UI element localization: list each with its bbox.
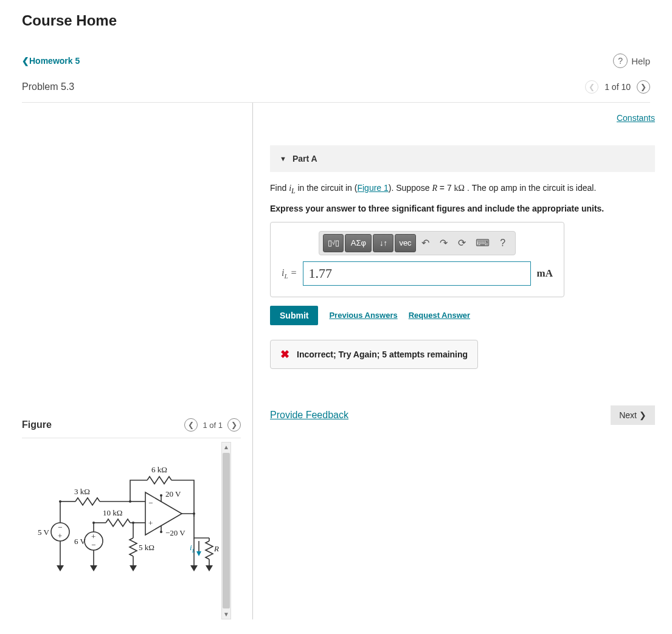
svg-text:−: − [148,498,153,508]
toolbar-help-button[interactable]: ? [494,234,511,252]
svg-marker-28 [130,565,137,571]
svg-marker-12 [196,551,201,556]
figure-link[interactable]: Figure 1 [357,183,388,193]
problem-title: Problem 5.3 [22,81,74,92]
scroll-up-icon[interactable]: ▲ [223,443,229,452]
svg-point-5 [160,494,162,497]
toolbar-templates-button[interactable]: ▯√▯ [323,234,344,252]
toolbar-undo-button[interactable]: ↶ [417,234,434,252]
svg-marker-26 [57,565,64,571]
submit-button[interactable]: Submit [270,306,318,325]
figure-scrollbar[interactable]: ▲ ▼ [221,442,231,619]
svg-point-7 [160,531,162,533]
svg-point-24 [92,522,95,524]
previous-answers-link[interactable]: Previous Answers [329,311,397,320]
svg-text:+: + [148,519,153,528]
part-label: Part A [293,154,317,164]
svg-marker-30 [206,565,213,571]
svg-text:−: − [58,523,62,532]
svg-text:−: − [91,540,95,550]
help-icon: ? [613,53,628,68]
prev-problem-button[interactable]: ❮ [585,80,598,94]
toolbar-redo-button[interactable]: ↷ [435,234,452,252]
svg-text:3 kΩ: 3 kΩ [74,487,90,496]
next-button[interactable]: Next ❯ [611,405,655,425]
answer-unit: mA [537,267,553,280]
svg-text:20 V: 20 V [165,489,181,498]
figure-viewport: .wire { stroke:#333; stroke-width:1.6; f… [22,442,241,619]
next-label: Next [619,410,637,420]
toolbar-greek-button[interactable]: ΑΣφ [345,234,372,252]
question-text: Find iL in the circuit in (Figure 1). Su… [270,172,655,213]
chevron-right-icon: ❯ [639,410,646,420]
svg-text:+: + [58,531,62,540]
svg-point-31 [129,500,131,503]
figure-title: Figure [22,419,52,430]
feedback-text: Incorrect; Try Again; 5 attempts remaini… [297,350,468,359]
svg-text:+: + [91,532,95,541]
svg-text:6 kΩ: 6 kΩ [151,465,167,474]
toolbar-reset-button[interactable]: ⟳ [454,234,471,252]
problem-position: 1 of 10 [604,82,631,92]
figure-next-button[interactable]: ❯ [227,418,241,432]
feedback-box: ✖ Incorrect; Try Again; 5 attempts remai… [270,340,478,369]
next-problem-button[interactable]: ❯ [637,80,650,94]
breadcrumb-label: Homework 5 [29,56,80,66]
toolbar-vector-button[interactable]: vec [395,234,415,252]
answer-box: ▯√▯ ΑΣφ ↓↑ vec ↶ ↷ ⟳ ⌨ ? iL = mA [270,222,564,297]
svg-text:−20 V: −20 V [165,528,185,537]
course-title: Course Home [22,12,650,29]
figure-prev-button[interactable]: ❮ [184,418,198,432]
svg-point-25 [59,500,61,503]
request-answer-link[interactable]: Request Answer [409,311,470,320]
help-label: Help [631,56,650,66]
math-toolbar: ▯√▯ ΑΣφ ↓↑ vec ↶ ↷ ⟳ ⌨ ? [319,231,515,255]
svg-text:5 kΩ: 5 kΩ [139,543,154,552]
constants-link[interactable]: Constants [617,113,655,123]
circuit-diagram: .wire { stroke:#333; stroke-width:1.6; f… [22,442,231,607]
svg-text:R: R [213,544,219,553]
scroll-thumb[interactable] [223,453,230,608]
part-a-header[interactable]: ▼ Part A [270,145,655,172]
breadcrumb-link[interactable]: ❮Homework 5 [22,56,80,66]
toolbar-subsup-button[interactable]: ↓↑ [373,234,393,252]
collapse-icon: ▼ [280,155,286,162]
svg-text:5 V: 5 V [38,528,50,537]
svg-point-15 [132,522,134,524]
answer-lhs: iL = [282,267,297,280]
toolbar-keyboard-button[interactable]: ⌨ [472,234,493,252]
chevron-left-icon: ❮ [22,56,29,66]
figure-position: 1 of 1 [203,421,223,430]
svg-text:10 kΩ: 10 kΩ [103,508,122,517]
svg-point-9 [193,512,195,515]
svg-marker-27 [90,565,97,571]
svg-marker-29 [190,565,198,571]
incorrect-icon: ✖ [280,348,289,361]
svg-text:6 V: 6 V [74,537,86,546]
breadcrumb[interactable]: ❮Homework 5 [22,55,80,66]
help-link[interactable]: ? Help [613,53,650,68]
provide-feedback-link[interactable]: Provide Feedback [270,410,348,421]
answer-input[interactable] [303,261,530,286]
scroll-down-icon[interactable]: ▼ [223,610,229,619]
